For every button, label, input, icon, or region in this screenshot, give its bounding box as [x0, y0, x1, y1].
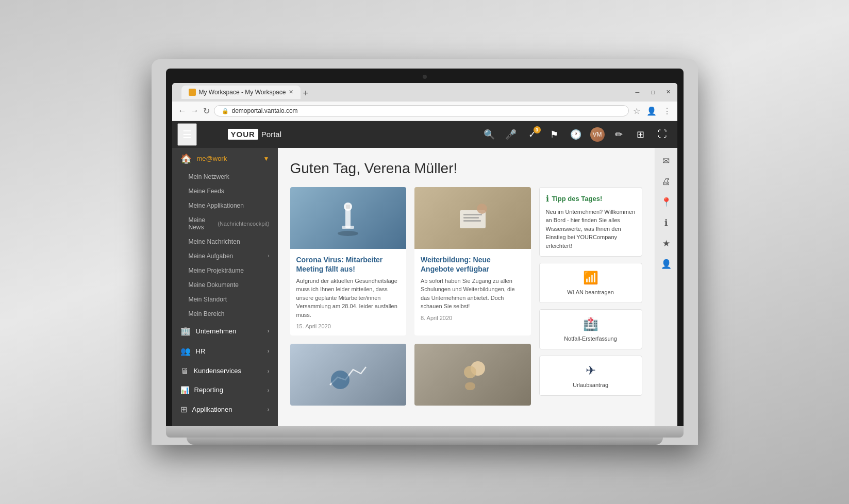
logo-your: YOUR	[228, 129, 258, 140]
minimize-button[interactable]: ─	[634, 89, 641, 96]
grid-button[interactable]: ⊞	[631, 125, 651, 144]
back-button[interactable]: ←	[178, 106, 187, 115]
menu-icon[interactable]: ⋮	[663, 106, 671, 116]
profile-icon[interactable]: 👤	[646, 106, 657, 116]
sidebar-item[interactable]: Meine Feeds	[172, 184, 278, 198]
right-sidebar-content: ℹ Tipp des Tages! Neu im Unternehmen? Wi…	[539, 187, 642, 414]
avatar: VM	[590, 127, 605, 142]
applikationen-chevron: ›	[268, 406, 270, 412]
location-icon: 📍	[661, 197, 672, 208]
me-at-work-header[interactable]: 🏠 me@work ▼	[172, 148, 278, 170]
star-icon-btn[interactable]: ★	[657, 234, 675, 253]
new-tab-button[interactable]: +	[303, 88, 308, 99]
reload-button[interactable]: ↻	[203, 106, 210, 116]
me-at-work-label: me@work	[197, 155, 263, 162]
news-card-1[interactable]: Corona Virus: Mitarbeiter Meeting fällt …	[290, 187, 407, 336]
sidebar-section-applikationen[interactable]: ⊞ Applikationen ›	[172, 399, 278, 419]
tip-info-icon: ℹ	[546, 194, 549, 204]
search-icon: 🔍	[484, 129, 495, 140]
notfall-label: Notfall-Ersterfassung	[564, 335, 617, 342]
news-section: Corona Virus: Mitarbeiter Meeting fällt …	[290, 187, 531, 414]
news-card-1-body: Corona Virus: Mitarbeiter Meeting fällt …	[290, 249, 407, 336]
address-actions: ☆ 👤 ⋮	[633, 106, 671, 116]
reading-illustration	[452, 197, 493, 239]
logo-area: YOUR Portal	[228, 129, 282, 140]
fullscreen-button[interactable]: ⛶	[653, 125, 672, 144]
sidebar-item-aufgaben[interactable]: Meine Aufgaben›	[172, 249, 278, 263]
reporting-label: Reporting	[194, 386, 223, 394]
sidebar-item[interactable]: Meine Nachrichten	[172, 234, 278, 249]
logo-portal: Portal	[261, 130, 281, 139]
news-card-1-text: Aufgrund der aktuellen Gesundheitslage m…	[296, 277, 401, 320]
tab-area: My Workspace - My Workspace ✕ +	[181, 86, 631, 99]
location-icon-btn[interactable]: 📍	[657, 193, 675, 212]
sidebar-item[interactable]: Meine Applikationen	[172, 198, 278, 213]
sidebar-section-reporting[interactable]: 📊 Reporting ›	[172, 381, 278, 399]
sidebar-section-kundenservices[interactable]: 🖥 Kundenservices ›	[172, 361, 278, 381]
quick-action-wlan[interactable]: 📶 WLAN beantragen	[539, 263, 642, 303]
edit-button[interactable]: ✏	[609, 125, 629, 144]
news-card-4[interactable]	[414, 344, 531, 406]
sidebar-item[interactable]: Mein Standort	[172, 292, 278, 307]
mic-button[interactable]: 🎤	[501, 125, 521, 144]
sidebar-item[interactable]: Meine News(Nachrichtencockpit)	[172, 213, 278, 234]
quick-action-urlaub[interactable]: ✈ Urlaubsantrag	[539, 356, 642, 396]
edit-icon: ✏	[615, 129, 623, 140]
info-icon-btn[interactable]: ℹ	[657, 214, 675, 232]
browser-window: My Workspace - My Workspace ✕ + ─ □ ✕ ← …	[172, 83, 677, 427]
applikationen-label: Applikationen	[192, 406, 232, 413]
hr-label: HR	[196, 347, 206, 355]
top-header: ☰ YOUR Portal 🔍 🎤 ✓	[172, 121, 677, 148]
quick-action-notfall[interactable]: 🏥 Notfall-Ersterfassung	[539, 309, 642, 349]
user-icon-btn[interactable]: 👤	[657, 255, 675, 274]
mail-icon-btn[interactable]: ✉	[657, 152, 675, 171]
hamburger-button[interactable]: ☰	[177, 123, 197, 146]
forward-button[interactable]: →	[191, 106, 199, 115]
clock-button[interactable]: 🕐	[566, 125, 586, 144]
sidebar-item[interactable]: Mein Bereich	[172, 307, 278, 321]
news-card-1-date: 15. April 2020	[296, 323, 401, 329]
news-card-3[interactable]	[290, 344, 407, 406]
sidebar-item[interactable]: Meine Dokumente	[172, 278, 278, 292]
tab-favicon	[189, 89, 196, 96]
news-card-2[interactable]: Weiterbildung: Neue Angebote verfügbar A…	[414, 187, 531, 336]
avatar-button[interactable]: VM	[588, 125, 607, 144]
me-at-work-chevron: ▼	[263, 155, 270, 162]
laptop-foot	[187, 438, 663, 445]
svg-rect-8	[463, 220, 481, 222]
print-icon: 🖨	[662, 177, 671, 187]
right-icon-bar: ✉ 🖨 📍 ℹ ★	[655, 148, 677, 427]
news-card-2-title: Weiterbildung: Neue Angebote verfügbar	[421, 255, 525, 274]
info-icon: ℹ	[664, 217, 668, 228]
news-grid: Corona Virus: Mitarbeiter Meeting fällt …	[290, 187, 531, 406]
address-box[interactable]: 🔒 demoportal.vantaio.com	[214, 105, 629, 116]
svg-rect-3	[342, 226, 354, 229]
sidebar-item[interactable]: Meine Projekträume	[172, 263, 278, 278]
search-button[interactable]: 🔍	[479, 125, 499, 144]
active-tab[interactable]: My Workspace - My Workspace ✕	[181, 86, 301, 99]
news-card-2-date: 8. April 2020	[421, 315, 525, 321]
close-button[interactable]: ✕	[665, 89, 672, 96]
laptop-base	[166, 426, 684, 438]
tab-close-btn[interactable]: ✕	[289, 89, 293, 95]
bookmark-icon[interactable]: ☆	[633, 106, 640, 116]
sidebar-section-unternehmen[interactable]: 🏢 Unternehmen ›	[172, 321, 278, 341]
svg-point-0	[338, 231, 358, 236]
window-controls: ─ □ ✕	[634, 89, 672, 96]
hr-icon: 👥	[180, 346, 191, 356]
fullscreen-icon: ⛶	[658, 129, 667, 140]
print-icon-btn[interactable]: 🖨	[657, 173, 675, 191]
app-wrapper: ☰ YOUR Portal 🔍 🎤 ✓	[172, 121, 677, 427]
user-icon: 👤	[661, 259, 672, 270]
svg-rect-7	[463, 217, 479, 219]
clock-icon: 🕐	[570, 129, 581, 140]
main-content: Guten Tag, Verena Müller!	[278, 148, 655, 427]
tasks-button[interactable]: ✓ 3	[523, 125, 542, 144]
tasks-badge: 3	[534, 126, 541, 133]
news-card-1-img	[290, 187, 407, 249]
svg-point-10	[331, 371, 349, 389]
sidebar-section-hr[interactable]: 👥 HR ›	[172, 341, 278, 361]
flag-button[interactable]: ⚑	[544, 125, 564, 144]
sidebar-item[interactable]: Mein Netzwerk	[172, 170, 278, 184]
maximize-button[interactable]: □	[650, 89, 657, 96]
